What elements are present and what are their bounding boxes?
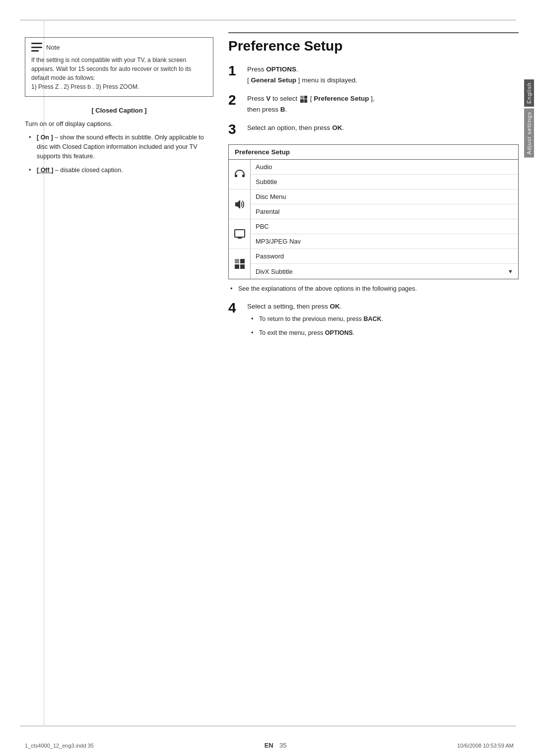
closed-caption-bullets: [ On ] – show the sound effects in subti… (25, 133, 213, 176)
step-1-sub2: ] menu is displayed. (296, 76, 357, 84)
border-bottom (20, 726, 516, 726)
step-4-bullet-back: To return to the previous menu, press BA… (251, 315, 519, 324)
note-header: Note (31, 43, 207, 52)
note-icon-line1 (31, 43, 42, 44)
pref-item-pbc: PBC (251, 219, 518, 234)
pref-table-header: Preference Setup (229, 145, 518, 160)
note-after-bullet: See the explanations of the above option… (230, 284, 519, 294)
main-layout: Note If the setting is not compatible wi… (25, 27, 519, 721)
step-2-v: V (266, 95, 270, 102)
closed-caption-title: [ Closed Caption ] (25, 107, 213, 114)
pref-icons-column (229, 160, 251, 279)
step-3-content: Select an option, then press OK. (247, 123, 519, 133)
bullet-on-label: [ On ] (37, 134, 53, 141)
grid-menu-icon (234, 258, 245, 269)
step-1-content: Press OPTIONS. [ General Setup ] menu is… (247, 64, 519, 85)
bullet-on-text: – show the sound effects in subtitle. On… (37, 134, 204, 160)
bullet-off: [ Off ] – disable closed caption. (29, 166, 213, 175)
icon-disc-parental (229, 189, 250, 219)
footer-language: EN (265, 742, 273, 749)
monitor-icon (234, 229, 245, 239)
note-box: Note If the setting is not compatible wi… (25, 37, 213, 97)
pref-item-subtitle: Subtitle (251, 175, 518, 189)
pref-down-arrow: ▼ (508, 268, 513, 274)
pref-table-body: Audio Subtitle Disc Menu Parental PBC MP… (229, 160, 518, 279)
note-icon-line2 (31, 47, 42, 48)
svg-marker-0 (235, 200, 240, 209)
step-2-preference-setup: Preference Setup (314, 95, 369, 102)
step-4-content: Select a setting, then press OK. To retu… (247, 301, 519, 342)
note-text: If the setting is not compatible with yo… (31, 56, 207, 91)
step-4: 4 Select a setting, then press OK. To re… (228, 301, 519, 342)
footer-filename: 1_cts4000_12_eng3.indd 35 (25, 743, 94, 749)
note-after-table: See the explanations of the above option… (228, 284, 519, 294)
step-4-number: 4 (228, 301, 240, 315)
closed-caption-section: [ Closed Caption ] Turn on or off displa… (25, 107, 213, 175)
svg-rect-1 (235, 230, 245, 237)
note-icon (31, 43, 42, 52)
back-label: BACK (364, 315, 382, 322)
grid-icon (300, 96, 307, 103)
pref-item-audio: Audio (251, 160, 518, 175)
options-label: OPTIONS (325, 329, 353, 336)
footer-timestamp: 10/6/2008 10:53:59 AM (457, 743, 514, 749)
footer-page-number: 35 (279, 742, 286, 749)
pref-item-mp3: MP3/JPEG Nav (251, 234, 518, 249)
side-tabs: English Adjust settings (522, 79, 536, 158)
step-1-general-setup: General Setup (251, 76, 297, 84)
step-4-bullets: To return to the previous menu, press BA… (247, 315, 519, 338)
step-2-b: B (280, 106, 285, 113)
pref-item-disc-menu: Disc Menu (251, 189, 518, 204)
speaker-icon (234, 199, 245, 209)
footer: 1_cts4000_12_eng3.indd 35 EN 35 10/6/200… (25, 742, 514, 749)
step-3-number: 3 (228, 123, 240, 136)
svg-rect-3 (235, 259, 239, 263)
icon-audio-subtitle (229, 160, 250, 189)
step-4-bullet-options: To exit the menu, press OPTIONS. (251, 328, 519, 338)
page-title: Preference Setup (228, 32, 519, 54)
english-tab: English (524, 79, 534, 107)
step-1-sub: [ (247, 76, 251, 84)
pref-item-parental: Parental (251, 204, 518, 219)
headphone-icon (234, 169, 245, 181)
note-title: Note (46, 44, 60, 51)
note-steps-text: 1) Press Z . 2) Press b . 3) Press ZOOM. (31, 83, 139, 90)
step-1-number: 1 (228, 64, 240, 78)
icon-password-divx (229, 249, 250, 279)
icon-pbc-mp3 (229, 219, 250, 249)
svg-rect-2 (238, 238, 242, 239)
right-column: Preference Setup 1 Press OPTIONS. [ Gene… (228, 27, 519, 721)
svg-rect-5 (235, 264, 239, 269)
adjust-settings-tab: Adjust settings (524, 109, 534, 158)
preference-table: Preference Setup (228, 144, 519, 279)
pref-item-divx: DivX Subtitle ▼ (251, 264, 518, 279)
svg-rect-6 (240, 264, 245, 269)
step-3-ok: OK (332, 124, 342, 131)
pref-item-password: Password (251, 249, 518, 264)
border-top (20, 20, 516, 20)
step-4-ok: OK (330, 303, 340, 310)
bullet-off-text: – disable closed caption. (55, 167, 123, 174)
step-1-options: OPTIONS (266, 65, 296, 73)
closed-caption-desc: Turn on or off display captions. (25, 119, 213, 129)
step-2: 2 Press V to select [ Preference Setup ]… (228, 93, 519, 115)
step-3: 3 Select an option, then press OK. (228, 123, 519, 136)
bullet-off-label: [ Off ] (37, 167, 53, 174)
left-column: Note If the setting is not compatible wi… (25, 27, 213, 721)
step-2-number: 2 (228, 93, 240, 107)
note-icon-line3 (31, 50, 39, 52)
pref-items-column: Audio Subtitle Disc Menu Parental PBC MP… (251, 160, 518, 279)
footer-en-page: EN 35 (265, 742, 287, 749)
note-body-text: If the setting is not compatible with yo… (31, 57, 191, 81)
step-2-content: Press V to select [ Preference Setup ], … (247, 93, 519, 115)
bullet-on: [ On ] – show the sound effects in subti… (29, 133, 213, 162)
step-1: 1 Press OPTIONS. [ General Setup ] menu … (228, 64, 519, 85)
svg-rect-4 (240, 259, 245, 263)
